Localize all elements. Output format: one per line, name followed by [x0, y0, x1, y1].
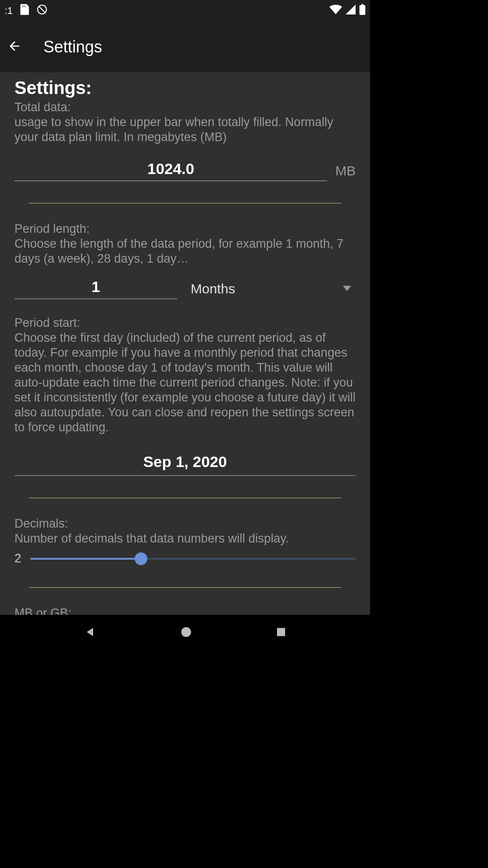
- decimals-desc: Number of decimals that data numbers wil…: [14, 532, 289, 545]
- battery-icon: [359, 4, 366, 18]
- system-nav-bar: [0, 615, 370, 651]
- square-recents-icon: [276, 627, 286, 637]
- total-data-label: Total data:: [14, 100, 71, 114]
- period-length-label: Period length:: [14, 222, 90, 236]
- decimals-label: Decimals:: [14, 517, 68, 530]
- app-bar: Settings: [0, 22, 370, 72]
- arrow-left-icon: [7, 39, 22, 53]
- triangle-back-icon: [84, 626, 96, 638]
- period-unit-selected: Months: [191, 281, 235, 297]
- period-length-input[interactable]: [14, 275, 177, 299]
- nav-home-button[interactable]: [180, 626, 192, 640]
- period-start-input[interactable]: [14, 448, 356, 476]
- wifi-icon: [329, 5, 342, 17]
- svg-rect-5: [277, 628, 285, 636]
- back-button[interactable]: [7, 39, 22, 55]
- content-scroll[interactable]: Settings: Total data: usage to show in t…: [0, 72, 370, 615]
- do-not-disturb-icon: [36, 4, 48, 18]
- svg-point-4: [181, 627, 191, 637]
- period-start-desc: Choose the first day (included) of the c…: [14, 331, 356, 434]
- decimals-slider[interactable]: [30, 558, 356, 560]
- total-data-input[interactable]: [14, 157, 327, 181]
- decimals-value: 2: [14, 552, 21, 566]
- chevron-down-icon: [343, 285, 351, 293]
- nav-recents-button[interactable]: [276, 627, 286, 639]
- status-time: :1: [5, 5, 13, 17]
- mb-gb-label: MB or GB:: [14, 606, 71, 615]
- nav-back-button[interactable]: [84, 626, 96, 640]
- period-start-label: Period start:: [14, 316, 80, 330]
- svg-rect-2: [359, 5, 365, 15]
- svg-line-1: [39, 7, 45, 13]
- status-bar: :1: [0, 0, 370, 22]
- circle-home-icon: [180, 626, 192, 638]
- divider: [29, 498, 341, 498]
- total-data-unit: MB: [335, 163, 356, 181]
- cell-signal-icon: [346, 5, 356, 17]
- divider: [29, 203, 341, 203]
- period-length-desc: Choose the length of the data period, fo…: [14, 237, 343, 265]
- sd-card-icon: [20, 4, 29, 18]
- svg-rect-3: [361, 4, 363, 5]
- page-title: Settings: [43, 38, 102, 57]
- divider: [29, 587, 341, 588]
- period-unit-dropdown[interactable]: Months: [191, 278, 356, 299]
- settings-heading: Settings:: [14, 78, 356, 98]
- total-data-desc: usage to show in the upper bar when tota…: [14, 115, 333, 144]
